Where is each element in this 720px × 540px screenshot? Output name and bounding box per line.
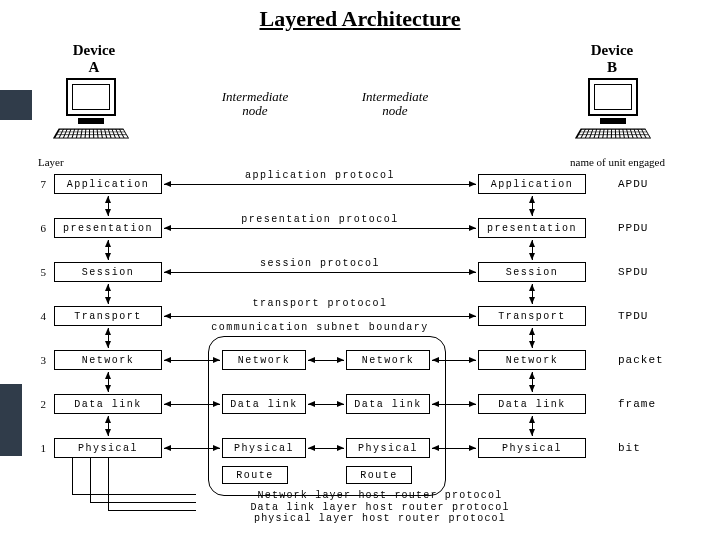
a-network: Network bbox=[54, 350, 162, 370]
diagram-title: Layered Architecture bbox=[0, 6, 720, 32]
vb-trans-net bbox=[532, 328, 533, 348]
layer-header: Layer bbox=[38, 156, 64, 168]
arrow-phy-a-i1 bbox=[164, 448, 220, 449]
device-b-icon bbox=[578, 78, 648, 148]
intermediate-right-label: Intermediate node bbox=[340, 90, 450, 119]
arrow-transport bbox=[164, 316, 476, 317]
phy-hz-a3 bbox=[108, 510, 196, 511]
vb-pres-sess bbox=[532, 240, 533, 260]
footer-line: Data link layer host router protocol bbox=[210, 502, 550, 514]
va-pres-sess bbox=[108, 240, 109, 260]
a-datalink: Data link bbox=[54, 394, 162, 414]
arrow-net-a-i1 bbox=[164, 360, 220, 361]
layer-num-6: 6 bbox=[34, 222, 46, 234]
phy-drop-a2 bbox=[90, 458, 91, 502]
unit-packet: packet bbox=[618, 354, 678, 366]
unit-header: name of unit engaged bbox=[570, 156, 665, 168]
proto-boundary: communication subnet boundary bbox=[210, 322, 430, 333]
layer-num-2: 2 bbox=[34, 398, 46, 410]
a-transport: Transport bbox=[54, 306, 162, 326]
b-datalink: Data link bbox=[478, 394, 586, 414]
phy-hz-a2 bbox=[90, 502, 196, 503]
unit-bit: bit bbox=[618, 442, 678, 454]
arrow-session bbox=[164, 272, 476, 273]
b-physical: Physical bbox=[478, 438, 586, 458]
a-session: Session bbox=[54, 262, 162, 282]
b-transport: Transport bbox=[478, 306, 586, 326]
unit-frame: frame bbox=[618, 398, 678, 410]
va-dl-phy bbox=[108, 416, 109, 436]
unit-ppdu: PPDU bbox=[618, 222, 678, 234]
decor-bar bbox=[0, 90, 32, 120]
arrow-phy-i2-b bbox=[432, 448, 476, 449]
device-b-label: Device B bbox=[572, 42, 652, 76]
arrow-dl-a-i1 bbox=[164, 404, 220, 405]
proto-application: application protocol bbox=[210, 170, 430, 181]
arrow-net-i2-b bbox=[432, 360, 476, 361]
unit-tpdu: TPDU bbox=[618, 310, 678, 322]
device-a-label: Device A bbox=[54, 42, 134, 76]
proto-transport: transport protocol bbox=[210, 298, 430, 309]
layer-num-3: 3 bbox=[34, 354, 46, 366]
arrow-dl-i2-b bbox=[432, 404, 476, 405]
arrow-presentation bbox=[164, 228, 476, 229]
arrow-phy-i1-i2 bbox=[308, 448, 344, 449]
phy-drop-a1 bbox=[72, 458, 73, 494]
a-presentation: presentation bbox=[54, 218, 162, 238]
b-presentation: presentation bbox=[478, 218, 586, 238]
decor-bar bbox=[0, 384, 22, 456]
vb-app-pres bbox=[532, 196, 533, 216]
vb-dl-phy bbox=[532, 416, 533, 436]
arrow-net-i1-i2 bbox=[308, 360, 344, 361]
b-application: Application bbox=[478, 174, 586, 194]
va-trans-net bbox=[108, 328, 109, 348]
footer-line: Network layer host router protocol bbox=[210, 490, 550, 502]
footer-protocols: Network layer host router protocol Data … bbox=[210, 490, 550, 525]
unit-apdu: APDU bbox=[618, 178, 678, 190]
unit-spdu: SPDU bbox=[618, 266, 678, 278]
a-application: Application bbox=[54, 174, 162, 194]
proto-presentation: presentation protocol bbox=[210, 214, 430, 225]
layer-num-5: 5 bbox=[34, 266, 46, 278]
arrow-dl-i1-i2 bbox=[308, 404, 344, 405]
va-app-pres bbox=[108, 196, 109, 216]
b-network: Network bbox=[478, 350, 586, 370]
footer-line: physical layer host router protocol bbox=[210, 513, 550, 525]
vb-sess-trans bbox=[532, 284, 533, 304]
arrow-application bbox=[164, 184, 476, 185]
va-sess-trans bbox=[108, 284, 109, 304]
device-a-icon bbox=[56, 78, 126, 148]
layer-num-1: 1 bbox=[34, 442, 46, 454]
intermediate-left-label: Intermediate node bbox=[200, 90, 310, 119]
vb-net-dl bbox=[532, 372, 533, 392]
layer-num-7: 7 bbox=[34, 178, 46, 190]
proto-session: session protocol bbox=[210, 258, 430, 269]
phy-hz-a1 bbox=[72, 494, 196, 495]
a-physical: Physical bbox=[54, 438, 162, 458]
b-session: Session bbox=[478, 262, 586, 282]
va-net-dl bbox=[108, 372, 109, 392]
layer-num-4: 4 bbox=[34, 310, 46, 322]
